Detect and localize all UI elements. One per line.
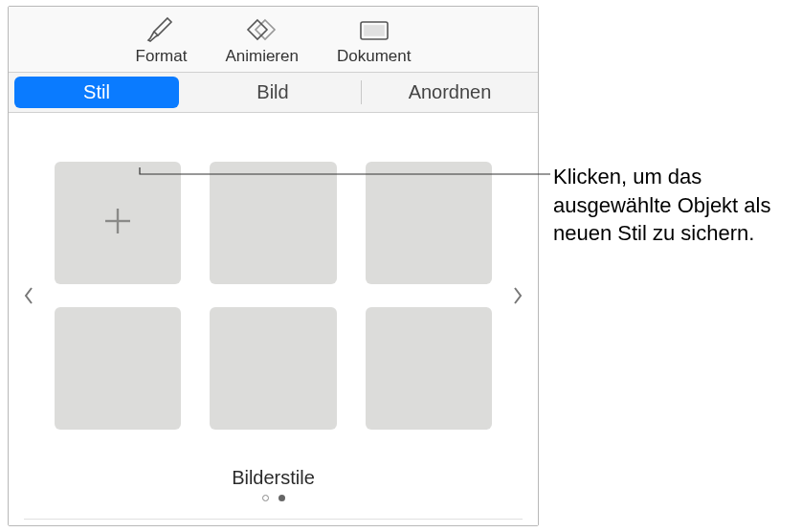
page-dot-2[interactable]: [278, 495, 285, 501]
tab-arrange-label: Anordnen: [409, 81, 492, 103]
style-tile[interactable]: [366, 162, 492, 284]
style-tile[interactable]: [55, 307, 181, 430]
toolbar-document[interactable]: Dokument: [331, 14, 416, 66]
tab-image-label: Bild: [256, 81, 288, 103]
styles-prev-arrow[interactable]: [16, 267, 41, 324]
plus-icon: [97, 200, 139, 246]
tab-image[interactable]: Bild: [185, 73, 361, 112]
svg-rect-1: [365, 26, 384, 35]
styles-next-arrow[interactable]: [505, 267, 530, 324]
divider: [24, 519, 523, 520]
page-dot-1[interactable]: [262, 495, 269, 501]
toolbar-format[interactable]: Format: [130, 14, 193, 66]
styles-area: [9, 113, 538, 450]
document-icon: [355, 14, 393, 45]
style-tile[interactable]: [210, 307, 336, 430]
styles-footer: Bilderstile: [9, 450, 538, 511]
tab-style-label: Stil: [83, 81, 110, 103]
tabs-row: Stil Bild Anordnen: [9, 73, 538, 113]
style-tile[interactable]: [210, 162, 336, 284]
toolbar-document-label: Dokument: [337, 47, 411, 66]
tab-style[interactable]: Stil: [14, 77, 179, 108]
callout-text: Klicken, um das ausgewählte Objekt als n…: [553, 163, 794, 248]
toolbar-format-label: Format: [136, 47, 188, 66]
style-tile[interactable]: [366, 307, 492, 430]
styles-section-label: Bilderstile: [9, 467, 538, 489]
toolbar: Format Animieren Dokument: [9, 7, 538, 73]
content-area: Bilderstile: [9, 113, 538, 525]
inspector-panel: Format Animieren Dokument Stil: [8, 6, 539, 526]
toolbar-animate-label: Animieren: [225, 47, 299, 66]
add-style-tile[interactable]: [55, 162, 181, 284]
toolbar-animate[interactable]: Animieren: [219, 14, 304, 66]
styles-grid: [41, 162, 505, 430]
tab-arrange[interactable]: Anordnen: [362, 73, 538, 112]
diamond-icon: [243, 14, 281, 45]
page-dots: [9, 495, 538, 501]
paintbrush-icon: [142, 14, 180, 45]
